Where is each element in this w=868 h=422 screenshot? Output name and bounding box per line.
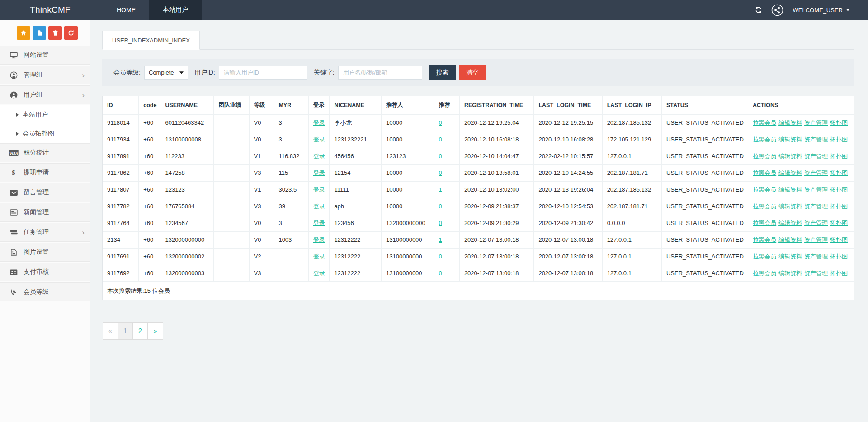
login-link[interactable]: 登录	[313, 153, 325, 159]
topology-link[interactable]: 拓扑图	[830, 136, 848, 143]
topology-link[interactable]: 拓扑图	[830, 236, 848, 243]
edit-profile-link[interactable]: 编辑资料	[778, 236, 802, 243]
asset-management-link[interactable]: 资产管理	[804, 220, 828, 226]
sidebar-item-admin-group[interactable]: 管理组›	[0, 66, 90, 84]
topology-link[interactable]: 拓扑图	[830, 270, 848, 277]
referral-count-link[interactable]: 0	[439, 136, 442, 143]
asset-management-link[interactable]: 资产管理	[804, 169, 828, 176]
sidebar-item-message-management[interactable]: 留言管理	[0, 183, 90, 202]
login-link[interactable]: 登录	[313, 253, 325, 260]
recycle-button[interactable]	[64, 26, 78, 40]
login-link[interactable]: 登录	[313, 220, 325, 226]
edit-profile-link[interactable]: 编辑资料	[778, 220, 802, 226]
asset-management-link[interactable]: 资产管理	[804, 153, 828, 159]
referral-count-link[interactable]: 0	[439, 169, 442, 176]
asset-management-link[interactable]: 资产管理	[804, 253, 828, 260]
sidebar-item-points-statistics[interactable]: VISA积分统计	[0, 143, 90, 162]
edit-profile-link[interactable]: 编辑资料	[778, 153, 802, 159]
sidebar-item-site-settings[interactable]: 网站设置	[0, 46, 90, 65]
edit-profile-link[interactable]: 编辑资料	[778, 119, 802, 126]
edit-profile-link[interactable]: 编辑资料	[778, 136, 802, 143]
refresh-icon[interactable]	[755, 6, 762, 14]
login-link[interactable]: 登录	[313, 203, 325, 210]
referral-count-link[interactable]: 0	[439, 203, 442, 210]
edit-profile-link[interactable]: 编辑资料	[778, 253, 802, 260]
blacklist-member-link[interactable]: 拉黑会员	[753, 253, 776, 260]
page-2[interactable]: 2	[133, 323, 148, 339]
login-link[interactable]: 登录	[313, 119, 325, 126]
blacklist-member-link[interactable]: 拉黑会员	[753, 236, 776, 243]
asset-management-link[interactable]: 资产管理	[804, 186, 828, 193]
referral-count-link[interactable]: 1	[439, 186, 442, 193]
image-icon	[8, 249, 19, 256]
sidebar-subitem-site-users[interactable]: 本站用户	[0, 105, 90, 124]
asset-management-link[interactable]: 资产管理	[804, 119, 828, 126]
clear-button[interactable]: 清空	[459, 65, 486, 80]
user-dropdown[interactable]: WELCOME_USER	[793, 7, 850, 14]
edit-profile-link[interactable]: 编辑资料	[778, 186, 802, 193]
referral-count-link[interactable]: 0	[439, 270, 442, 277]
avatar[interactable]	[771, 4, 783, 16]
referral-count-link[interactable]: 0	[439, 253, 442, 260]
sidebar-item-user-group[interactable]: 用户组›	[0, 85, 90, 104]
asset-management-link[interactable]: 资产管理	[804, 270, 828, 277]
page-next[interactable]: »	[148, 323, 163, 339]
referral-count-link[interactable]: 1	[439, 236, 442, 243]
nav-item-home-tab[interactable]: HOME	[103, 0, 149, 20]
referral-count-link[interactable]: 0	[439, 220, 442, 226]
login-link[interactable]: 登录	[313, 169, 325, 176]
blacklist-member-link[interactable]: 拉黑会员	[753, 119, 776, 126]
login-link[interactable]: 登录	[313, 270, 325, 277]
topology-link[interactable]: 拓扑图	[830, 169, 848, 176]
userid-input[interactable]	[219, 66, 307, 80]
cell-username: 147258	[160, 164, 214, 181]
blacklist-member-link[interactable]: 拉黑会员	[753, 136, 776, 143]
login-link[interactable]: 登录	[313, 136, 325, 143]
home-button[interactable]	[17, 26, 30, 40]
topology-link[interactable]: 拓扑图	[830, 220, 848, 226]
blacklist-member-link[interactable]: 拉黑会员	[753, 270, 776, 277]
page-prev[interactable]: «	[103, 323, 118, 339]
trash-button[interactable]	[48, 26, 62, 40]
search-button[interactable]: 搜索	[429, 65, 456, 80]
topology-link[interactable]: 拓扑图	[830, 186, 848, 193]
sidebar-item-image-settings[interactable]: 图片设置	[0, 243, 90, 262]
login-link[interactable]: 登录	[313, 186, 325, 193]
topology-link[interactable]: 拓扑图	[830, 153, 848, 159]
sidebar-item-news-management[interactable]: 新闻管理	[0, 203, 90, 222]
nav-item-site-users-tab[interactable]: 本站用户	[149, 0, 202, 20]
asset-management-link[interactable]: 资产管理	[804, 136, 828, 143]
sidebar-item-task-management[interactable]: 任务管理›	[0, 223, 90, 242]
asset-management-link[interactable]: 资产管理	[804, 236, 828, 243]
topology-link[interactable]: 拓扑图	[830, 203, 848, 210]
sidebar-item-withdrawal-request[interactable]: $提现申请	[0, 163, 90, 182]
column-header: code	[139, 96, 160, 114]
sidebar-item-payment-review[interactable]: 支付审核	[0, 263, 90, 281]
edit-profile-link[interactable]: 编辑资料	[778, 203, 802, 210]
cell-registration-time: 2020-12-12 19:25:04	[459, 114, 534, 131]
page-1[interactable]: 1	[118, 323, 133, 339]
topology-link[interactable]: 拓扑图	[830, 119, 848, 126]
login-link[interactable]: 登录	[313, 236, 325, 243]
asset-management-link[interactable]: 资产管理	[804, 203, 828, 210]
tab-user-indexadmin-index[interactable]: USER_INDEXADMIN_INDEX	[102, 31, 200, 50]
cell-referrer: 10000	[382, 198, 434, 215]
blacklist-member-link[interactable]: 拉黑会员	[753, 169, 776, 176]
keyword-input[interactable]	[338, 66, 422, 80]
edit-profile-link[interactable]: 编辑资料	[778, 169, 802, 176]
file-button[interactable]	[33, 26, 46, 40]
blacklist-member-link[interactable]: 拉黑会员	[753, 203, 776, 210]
blacklist-member-link[interactable]: 拉黑会员	[753, 153, 776, 159]
sidebar-item-member-level[interactable]: 会员等级	[0, 282, 90, 301]
sidebar-menu: 网站设置管理组›用户组›本站用户会员拓扑图VISA积分统计$提现申请留言管理新闻…	[0, 46, 90, 301]
sidebar-subitem-member-topology[interactable]: 会员拓扑图	[0, 124, 90, 143]
blacklist-member-link[interactable]: 拉黑会员	[753, 186, 776, 193]
edit-profile-link[interactable]: 编辑资料	[778, 270, 802, 277]
topology-link[interactable]: 拓扑图	[830, 253, 848, 260]
referral-count-link[interactable]: 0	[439, 153, 442, 159]
member-level-select[interactable]: Complete	[144, 66, 188, 80]
envelope-icon	[8, 190, 19, 196]
referral-count-link[interactable]: 0	[439, 119, 442, 126]
blacklist-member-link[interactable]: 拉黑会员	[753, 220, 776, 226]
brand-logo[interactable]: ThinkCMF	[0, 0, 90, 20]
